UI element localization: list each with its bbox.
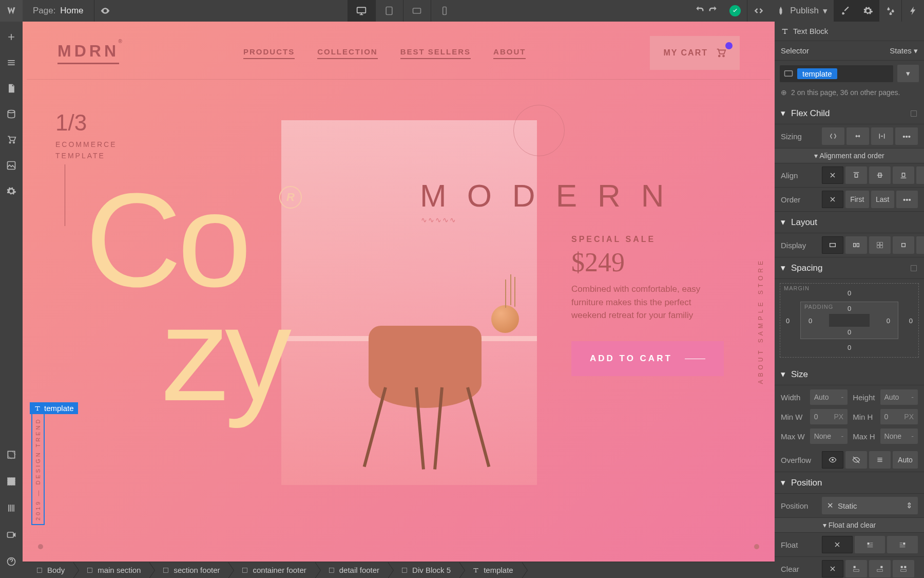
clear-right-button[interactable]: [869, 560, 891, 577]
settings-icon[interactable]: [2, 180, 21, 202]
cart-button[interactable]: MY CART: [650, 36, 740, 70]
display-inline-block-button[interactable]: [893, 236, 914, 254]
publish-dropdown[interactable]: Publish ▾: [769, 6, 834, 16]
clear-left-button[interactable]: [845, 560, 867, 577]
order-more-button[interactable]: •••: [896, 191, 918, 208]
hero-cozy-zy: zy: [162, 277, 287, 431]
section-flex-child[interactable]: ▾ Flex Child: [775, 103, 924, 124]
reset-icon[interactable]: [910, 109, 918, 118]
status-check-icon[interactable]: [729, 5, 741, 16]
interactions-droplets-icon[interactable]: [879, 0, 901, 22]
order-none-button[interactable]: [822, 191, 843, 208]
section-layout[interactable]: ▾ Layout: [775, 212, 924, 233]
preview-icon[interactable]: [94, 0, 117, 22]
svg-rect-22: [880, 243, 883, 245]
position-select[interactable]: ✕Static ⇕: [822, 497, 918, 514]
grid-guides-icon[interactable]: [2, 470, 21, 493]
box-model-editor[interactable]: MARGIN PADDING 0 0 0 0 0 0 0 0: [780, 283, 919, 358]
nav-products[interactable]: PRODUCTS: [243, 47, 295, 59]
display-grid-button[interactable]: [869, 236, 891, 254]
float-clear-subhead[interactable]: ▾ Float and clear: [775, 518, 924, 533]
selected-element-outline[interactable]: 2019 — DESIGN TREND: [31, 413, 45, 525]
display-flex-button[interactable]: [845, 236, 867, 254]
crumb-body[interactable]: Body: [23, 562, 73, 578]
sizing-more-button[interactable]: •••: [895, 127, 918, 145]
ecommerce-icon[interactable]: [2, 128, 21, 151]
navigator-icon[interactable]: [2, 51, 21, 74]
selector-field[interactable]: template: [780, 65, 893, 82]
redo-icon[interactable]: [708, 5, 718, 17]
cms-icon[interactable]: [2, 103, 21, 125]
align-auto-button[interactable]: [822, 166, 843, 184]
page-selector[interactable]: Page: Home: [23, 6, 94, 16]
overflow-hidden-button[interactable]: [845, 451, 867, 469]
height-input[interactable]: Auto-: [880, 389, 918, 405]
device-desktop-icon[interactable]: [348, 0, 375, 22]
selection-indicator[interactable]: template: [30, 402, 78, 414]
order-last-button[interactable]: Last: [871, 191, 895, 208]
publish-label: Publish: [790, 6, 819, 16]
minw-input[interactable]: 0PX: [810, 409, 848, 424]
sizing-grow-button[interactable]: [846, 127, 869, 145]
float-none-button[interactable]: [822, 536, 853, 553]
alignment-order-subhead[interactable]: ▾ Alignment and order: [775, 148, 924, 163]
undo-icon[interactable]: [695, 5, 705, 17]
float-right-button[interactable]: [887, 536, 918, 553]
crumb-div-block-5[interactable]: Div Block 5: [388, 562, 459, 578]
style-panel-brush-icon[interactable]: [834, 0, 856, 22]
crumb-container-footer[interactable]: container footer: [228, 562, 314, 578]
section-spacing[interactable]: ▾ Spacing: [775, 257, 924, 279]
webflow-logo-icon[interactable]: [0, 0, 23, 22]
code-export-icon[interactable]: [747, 0, 769, 22]
selector-menu-icon[interactable]: ▾: [897, 65, 919, 82]
assets-icon[interactable]: [2, 154, 21, 177]
maxw-input[interactable]: None-: [810, 428, 848, 444]
order-first-button[interactable]: First: [845, 191, 869, 208]
device-tablet-icon[interactable]: [375, 0, 403, 22]
nav-best-sellers[interactable]: BEST SELLERS: [400, 47, 471, 59]
device-tablet-landscape-icon[interactable]: [403, 0, 431, 22]
overflow-visible-button[interactable]: [822, 451, 843, 469]
pages-icon[interactable]: [2, 77, 21, 100]
nav-about[interactable]: ABOUT: [493, 47, 526, 59]
align-center-button[interactable]: [869, 166, 891, 184]
help-icon[interactable]: [2, 550, 21, 573]
float-left-button[interactable]: [855, 536, 886, 553]
selector-class-tag[interactable]: template: [797, 68, 837, 79]
crumb-main-section[interactable]: main section: [73, 562, 149, 578]
crumb-template[interactable]: template: [459, 562, 522, 578]
nav-collection[interactable]: COLLECTION: [317, 47, 378, 59]
interactions-bolt-icon[interactable]: [901, 0, 924, 22]
add-element-icon[interactable]: [2, 26, 21, 48]
audit-icon[interactable]: [2, 497, 21, 519]
pager-dot-left[interactable]: [38, 544, 43, 549]
align-start-button[interactable]: [845, 166, 867, 184]
align-stretch-button[interactable]: [916, 166, 924, 184]
section-size[interactable]: ▾ Size: [775, 364, 924, 385]
align-end-button[interactable]: [893, 166, 914, 184]
spacing-expand-icon[interactable]: [910, 264, 918, 272]
site-logo[interactable]: MDRN®: [57, 42, 119, 64]
maxh-input[interactable]: None-: [880, 428, 918, 444]
overflow-scroll-button[interactable]: [869, 451, 891, 469]
sizing-none-button[interactable]: [871, 127, 894, 145]
display-block-button[interactable]: [822, 236, 843, 254]
clear-none-button[interactable]: [822, 560, 843, 577]
xray-icon[interactable]: [2, 443, 21, 466]
video-tutorial-icon[interactable]: [2, 524, 21, 546]
section-position[interactable]: ▾ Position: [775, 472, 924, 494]
device-mobile-icon[interactable]: [431, 0, 458, 22]
settings-gear-icon[interactable]: [856, 0, 879, 22]
add-to-cart-button[interactable]: ADD TO CART: [571, 341, 724, 376]
minh-input[interactable]: 0PX: [880, 409, 918, 424]
crumb-section-footer[interactable]: section footer: [149, 562, 228, 578]
crumb-detail-footer[interactable]: detail footer: [315, 562, 388, 578]
width-input[interactable]: Auto-: [810, 389, 848, 405]
display-inline-button[interactable]: [916, 236, 924, 254]
states-dropdown[interactable]: States ▾: [890, 46, 918, 55]
clear-both-button[interactable]: [893, 560, 914, 577]
pager-dot-right[interactable]: [754, 544, 759, 549]
sizing-shrink-button[interactable]: [822, 127, 844, 145]
overflow-auto-button[interactable]: Auto: [893, 451, 918, 469]
canvas[interactable]: MDRN® PRODUCTS COLLECTION BEST SELLERS A…: [23, 22, 775, 562]
